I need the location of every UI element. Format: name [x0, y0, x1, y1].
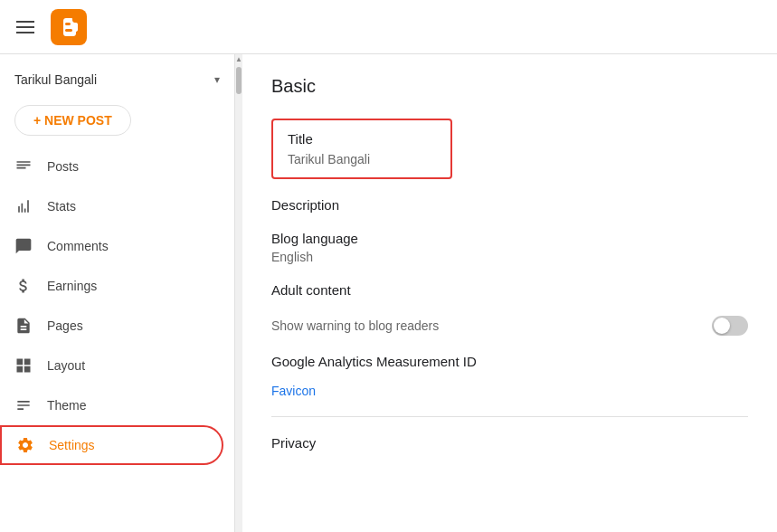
title-value: Tarikul Bangali [288, 152, 436, 166]
comments-icon [14, 237, 33, 255]
blog-name: Tarikul Bangali [14, 72, 97, 87]
sidebar-item-label: Settings [49, 438, 95, 452]
earnings-icon [14, 277, 33, 295]
analytics-label: Google Analytics Measurement ID [271, 354, 748, 369]
sidebar-item-theme[interactable]: Theme [0, 385, 223, 425]
scroll-thumb[interactable] [236, 67, 242, 94]
topbar [0, 0, 777, 54]
new-post-button[interactable]: + NEW POST [14, 105, 131, 136]
sidebar-nav: Posts Stats Comments Ea [0, 147, 234, 465]
content-wrapper: ▲ Basic Title Tarikul Bangali Descriptio… [235, 54, 777, 532]
adult-content-toggle[interactable] [712, 316, 748, 336]
theme-icon [14, 396, 33, 414]
favicon-link[interactable]: Favicon [271, 384, 748, 398]
hamburger-menu[interactable] [11, 15, 40, 39]
settings-icon [16, 436, 34, 454]
sidebar-item-earnings[interactable]: Earnings [0, 266, 223, 306]
pages-icon [14, 317, 33, 335]
privacy-label: Privacy [271, 435, 748, 451]
toggle-knob [714, 318, 730, 334]
stats-icon [14, 197, 33, 215]
title-label: Title [288, 131, 436, 147]
sidebar-item-label: Posts [47, 159, 79, 174]
main-content: Basic Title Tarikul Bangali Description … [242, 54, 777, 532]
scrollbar-track[interactable]: ▲ [235, 54, 242, 532]
adult-content-row: Adult content [271, 282, 748, 298]
sidebar-item-posts[interactable]: Posts [0, 147, 223, 186]
sidebar-item-label: Earnings [47, 279, 97, 293]
sidebar-item-label: Stats [47, 199, 76, 214]
blog-language-value: English [271, 250, 748, 264]
description-label: Description [271, 197, 748, 213]
description-row[interactable]: Description [271, 197, 748, 213]
show-warning-label: Show warning to blog readers [271, 318, 439, 333]
sidebar-item-pages[interactable]: Pages [0, 306, 223, 346]
section-title: Basic [271, 76, 748, 97]
show-warning-row: Show warning to blog readers [271, 316, 748, 336]
sidebar-item-comments[interactable]: Comments [0, 226, 223, 266]
chevron-down-icon: ▾ [214, 73, 220, 86]
layout-icon [14, 356, 33, 375]
sidebar-item-label: Comments [47, 239, 109, 253]
adult-content-label: Adult content [271, 282, 748, 298]
sidebar-item-settings[interactable]: Settings [0, 425, 223, 465]
blog-selector[interactable]: Tarikul Bangali ▾ [0, 65, 234, 94]
sidebar-item-stats[interactable]: Stats [0, 186, 223, 226]
title-setting-box[interactable]: Title Tarikul Bangali [271, 119, 452, 179]
blog-language-row[interactable]: Blog language English [271, 231, 748, 264]
scroll-up-button[interactable]: ▲ [235, 54, 242, 63]
blog-language-label: Blog language [271, 231, 748, 246]
section-divider [271, 416, 748, 417]
sidebar-item-layout[interactable]: Layout [0, 346, 223, 385]
sidebar-item-label: Layout [47, 358, 85, 373]
posts-icon [14, 157, 33, 176]
privacy-row[interactable]: Privacy [271, 435, 748, 451]
sidebar-item-label: Pages [47, 318, 83, 333]
sidebar-item-label: Theme [47, 398, 87, 413]
blogger-logo [51, 9, 87, 45]
sidebar: Tarikul Bangali ▾ + NEW POST Posts Stats [0, 54, 235, 532]
analytics-row[interactable]: Google Analytics Measurement ID [271, 354, 748, 369]
main-layout: Tarikul Bangali ▾ + NEW POST Posts Stats [0, 54, 777, 532]
